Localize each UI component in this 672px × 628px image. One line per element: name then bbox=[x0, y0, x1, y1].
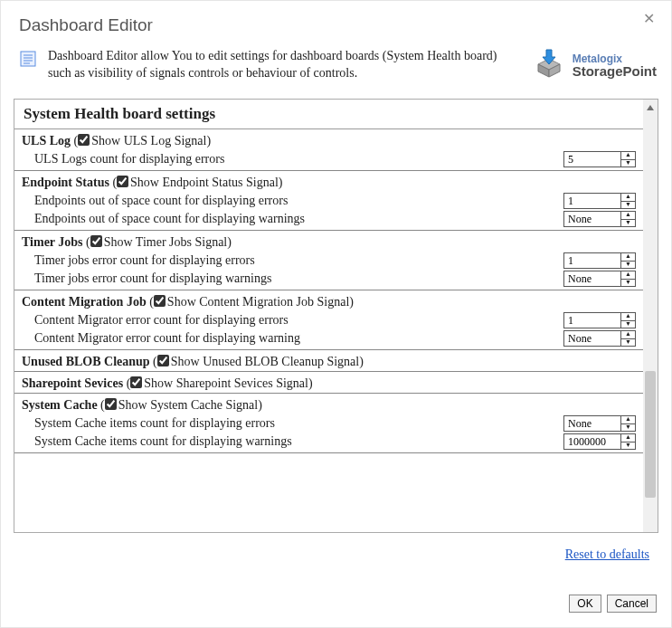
show-signal-label: Show Endpoint Status Signal bbox=[130, 176, 279, 190]
stepper-down-icon[interactable]: ▼ bbox=[621, 202, 635, 209]
count-stepper[interactable]: ▲▼ bbox=[563, 211, 636, 227]
count-stepper[interactable]: ▲▼ bbox=[563, 330, 636, 347]
count-stepper[interactable]: ▲▼ bbox=[563, 193, 636, 209]
scroll-up-icon[interactable] bbox=[643, 100, 658, 116]
stepper-down-icon[interactable]: ▼ bbox=[621, 442, 635, 450]
show-signal-label: Show Unused BLOB Cleanup Signal bbox=[171, 355, 359, 369]
show-signal-checkbox[interactable] bbox=[130, 376, 142, 388]
setting-label: Endpoints out of space count for display… bbox=[34, 212, 563, 226]
setting-label: Content Migrator error count for display… bbox=[34, 331, 563, 346]
intro-text: Dashboard Editor allow You to edit setti… bbox=[48, 48, 533, 82]
show-signal-checkbox[interactable] bbox=[154, 295, 166, 307]
count-input[interactable] bbox=[564, 313, 620, 328]
section-title: Unused BLOB Cleanup bbox=[22, 355, 150, 368]
setting-row: Timer jobs error count for displaying wa… bbox=[14, 270, 643, 290]
section-header: ULS Log (Show ULS Log Signal) bbox=[14, 129, 643, 150]
setting-label: Timer jobs error count for displaying er… bbox=[34, 253, 563, 268]
setting-label: ULS Logs count for displaying errors bbox=[34, 152, 563, 167]
document-icon bbox=[19, 50, 37, 68]
cancel-button[interactable]: Cancel bbox=[607, 595, 657, 613]
setting-row: Content Migrator error count for display… bbox=[14, 329, 643, 349]
show-signal-checkbox[interactable] bbox=[78, 134, 90, 146]
count-stepper[interactable]: ▲▼ bbox=[563, 252, 636, 269]
svg-rect-0 bbox=[21, 52, 35, 66]
show-signal-label: Show System Cache Signal bbox=[118, 398, 258, 413]
count-input[interactable] bbox=[564, 434, 620, 449]
show-signal-checkbox[interactable] bbox=[117, 176, 128, 187]
stepper-down-icon[interactable]: ▼ bbox=[621, 160, 635, 167]
settings-panel: System Health board settings ULS Log (Sh… bbox=[14, 99, 658, 533]
count-input[interactable] bbox=[564, 152, 620, 167]
count-input[interactable] bbox=[564, 271, 620, 286]
settings-section: Timer Jobs (Show Timer Jobs Signal)Timer… bbox=[14, 231, 643, 290]
setting-row: Content Migrator error count for display… bbox=[14, 311, 643, 329]
count-input[interactable] bbox=[564, 253, 620, 268]
settings-section: Sharepoint Sevices (Show Sharepoint Sevi… bbox=[14, 372, 643, 394]
show-signal-label: Show Timer Jobs Signal bbox=[104, 235, 228, 250]
section-header: Content Migration Job (Show Content Migr… bbox=[14, 290, 643, 311]
section-header: Sharepoint Sevices (Show Sharepoint Sevi… bbox=[14, 372, 643, 393]
scrollbar[interactable] bbox=[643, 100, 658, 532]
section-title: ULS Log bbox=[22, 134, 71, 147]
box-arrow-icon bbox=[533, 48, 565, 84]
close-icon[interactable]: ✕ bbox=[643, 10, 655, 27]
svg-marker-9 bbox=[647, 105, 654, 110]
section-title: System Cache bbox=[22, 398, 98, 412]
section-header: Endpoint Status (Show Endpoint Status Si… bbox=[14, 171, 643, 192]
setting-row: Timer jobs error count for displaying er… bbox=[14, 252, 643, 270]
setting-label: System Cache items count for displaying … bbox=[34, 416, 563, 431]
logo-line2: StoragePoint bbox=[573, 64, 657, 79]
settings-section: System Cache (Show System Cache Signal)S… bbox=[14, 394, 643, 453]
count-stepper[interactable]: ▲▼ bbox=[563, 433, 636, 450]
setting-label: Timer jobs error count for displaying wa… bbox=[34, 271, 563, 286]
count-stepper[interactable]: ▲▼ bbox=[563, 151, 636, 167]
settings-section: Endpoint Status (Show Endpoint Status Si… bbox=[14, 171, 643, 231]
panel-heading: System Health board settings bbox=[14, 100, 643, 129]
section-header: Unused BLOB Cleanup (Show Unused BLOB Cl… bbox=[14, 350, 643, 371]
section-title: Sharepoint Sevices bbox=[22, 376, 123, 390]
show-signal-label: Show ULS Log Signal bbox=[91, 134, 206, 148]
show-signal-checkbox[interactable] bbox=[105, 398, 117, 410]
window-title: Dashboard Editor bbox=[1, 1, 671, 39]
setting-row: Endpoints out of space count for display… bbox=[14, 210, 643, 230]
count-stepper[interactable]: ▲▼ bbox=[563, 312, 636, 328]
setting-row: Endpoints out of space count for display… bbox=[14, 192, 643, 210]
section-title: Endpoint Status bbox=[22, 176, 109, 189]
dashboard-editor-window: ✕ Dashboard Editor Dashboard Editor allo… bbox=[0, 0, 672, 628]
stepper-down-icon[interactable]: ▼ bbox=[621, 424, 635, 432]
section-header: System Cache (Show System Cache Signal) bbox=[14, 394, 643, 414]
count-input[interactable] bbox=[564, 331, 620, 346]
count-input[interactable] bbox=[564, 212, 620, 226]
count-input[interactable] bbox=[564, 416, 620, 431]
count-stepper[interactable]: ▲▼ bbox=[563, 271, 636, 287]
stepper-down-icon[interactable]: ▼ bbox=[621, 339, 635, 347]
count-stepper[interactable]: ▲▼ bbox=[563, 415, 636, 432]
section-title: Timer Jobs bbox=[22, 235, 83, 249]
settings-section: Content Migration Job (Show Content Migr… bbox=[14, 290, 643, 350]
section-header: Timer Jobs (Show Timer Jobs Signal) bbox=[14, 231, 643, 252]
ok-button[interactable]: OK bbox=[569, 595, 601, 613]
settings-section: ULS Log (Show ULS Log Signal)ULS Logs co… bbox=[14, 129, 643, 171]
setting-row: System Cache items count for displaying … bbox=[14, 433, 643, 452]
intro-row: Dashboard Editor allow You to edit setti… bbox=[1, 39, 671, 91]
setting-row: System Cache items count for displaying … bbox=[14, 414, 643, 433]
show-signal-checkbox[interactable] bbox=[90, 235, 102, 247]
stepper-down-icon[interactable]: ▼ bbox=[621, 220, 635, 227]
reset-to-defaults-link[interactable]: Reset to defaults bbox=[565, 547, 649, 561]
setting-row: ULS Logs count for displaying errors▲▼ bbox=[14, 150, 643, 170]
show-signal-label: Show Content Migration Job Signal bbox=[167, 295, 349, 309]
setting-label: System Cache items count for displaying … bbox=[34, 434, 563, 449]
stepper-down-icon[interactable]: ▼ bbox=[621, 280, 635, 287]
scroll-thumb[interactable] bbox=[645, 371, 656, 498]
show-signal-checkbox[interactable] bbox=[157, 355, 169, 366]
count-input[interactable] bbox=[564, 194, 620, 208]
settings-section: Unused BLOB Cleanup (Show Unused BLOB Cl… bbox=[14, 350, 643, 372]
stepper-down-icon[interactable]: ▼ bbox=[621, 321, 635, 328]
setting-label: Content Migrator error count for display… bbox=[34, 313, 563, 328]
stepper-down-icon[interactable]: ▼ bbox=[621, 262, 635, 269]
show-signal-label: Show Sharepoint Sevices Signal bbox=[144, 376, 308, 391]
section-title: Content Migration Job bbox=[22, 295, 147, 309]
logo: Metalogix StoragePoint bbox=[533, 48, 657, 84]
setting-label: Endpoints out of space count for display… bbox=[34, 194, 563, 208]
